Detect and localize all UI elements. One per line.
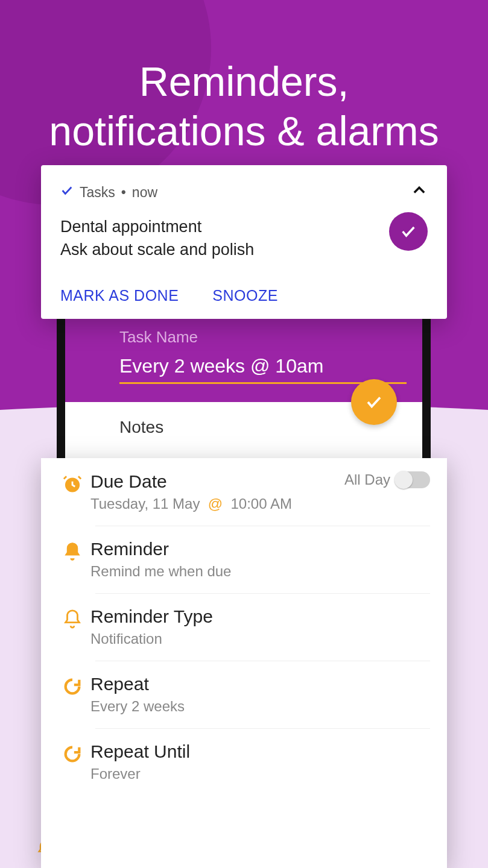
- repeat-row[interactable]: Repeat Every 2 weeks: [41, 661, 447, 728]
- settings-sheet: Due Date Tuesday, 11 May @ 10:00 AM All …: [41, 458, 447, 868]
- notification-time: now: [132, 184, 157, 201]
- reminder-title: Reminder: [90, 539, 430, 559]
- notification-title: Dental appointment: [60, 216, 389, 239]
- all-day-label: All Day: [344, 471, 390, 488]
- repeat-sub: Every 2 weeks: [90, 698, 430, 715]
- hero-title: Reminders, notifications & alarms: [0, 57, 488, 156]
- repeat-until-sub: Forever: [90, 766, 430, 782]
- repeat-icon: [54, 676, 90, 697]
- due-date-value: Tuesday, 11 May @ 10:00 AM: [90, 495, 344, 512]
- repeat-until-title: Repeat Until: [90, 741, 430, 762]
- collapse-button[interactable]: [411, 182, 428, 203]
- reminder-type-title: Reminder Type: [90, 606, 430, 627]
- repeat-title: Repeat: [90, 674, 430, 694]
- notification-header: Tasks • now: [60, 182, 428, 203]
- notification-subtitle: Ask about scale and polish: [60, 239, 389, 262]
- notification-sep: •: [121, 184, 126, 201]
- snooze-button[interactable]: SNOOZE: [212, 287, 278, 304]
- mark-done-button[interactable]: MARK AS DONE: [60, 287, 179, 304]
- bell-outline-icon: [54, 609, 90, 629]
- reminder-row[interactable]: Reminder Remind me when due: [41, 526, 447, 593]
- alarm-clock-icon: [54, 474, 90, 494]
- notification-text: Dental appointment Ask about scale and p…: [60, 216, 389, 262]
- repeat-until-icon: [54, 744, 90, 764]
- notification-app: Tasks: [80, 184, 115, 201]
- check-icon: [60, 184, 74, 201]
- due-date-row[interactable]: Due Date Tuesday, 11 May @ 10:00 AM All …: [41, 458, 447, 526]
- task-name-input[interactable]: Every 2 weeks @ 10am: [119, 355, 407, 384]
- due-date-title: Due Date: [90, 471, 344, 492]
- complete-button[interactable]: [389, 212, 428, 251]
- bell-icon: [54, 541, 90, 562]
- task-name-label: Task Name: [119, 328, 407, 347]
- reminder-type-row[interactable]: Reminder Type Notification: [41, 593, 447, 661]
- reminder-type-sub: Notification: [90, 631, 430, 647]
- notification-card: Tasks • now Dental appointment Ask about…: [41, 165, 447, 319]
- all-day-toggle[interactable]: [395, 471, 430, 488]
- reminder-sub: Remind me when due: [90, 563, 430, 580]
- save-task-button[interactable]: [351, 379, 397, 425]
- hero-title-line2: notifications & alarms: [0, 107, 488, 156]
- hero-title-line1: Reminders,: [0, 57, 488, 107]
- repeat-until-row[interactable]: Repeat Until Forever: [41, 728, 447, 796]
